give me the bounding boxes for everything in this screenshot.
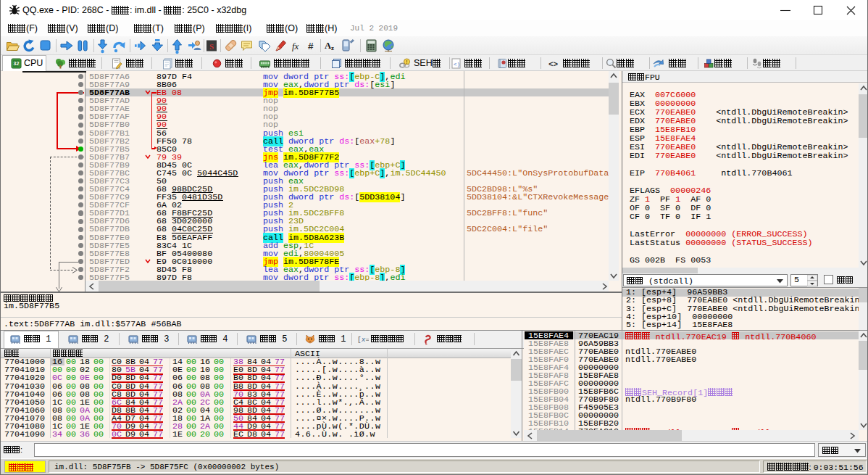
svg-text:S: S [209,42,214,51]
svg-text:z: z [331,44,334,51]
svg-text:fx: fx [292,41,299,51]
svg-text:<): <) [454,62,460,67]
svg-text:[x=]: [x=] [357,336,369,344]
svg-text:A: A [325,41,331,51]
svg-text:!: ! [406,59,407,65]
svg-text:<>: <> [548,60,559,69]
svg-text:32: 32 [14,61,20,66]
svg-text:#: # [308,41,314,51]
